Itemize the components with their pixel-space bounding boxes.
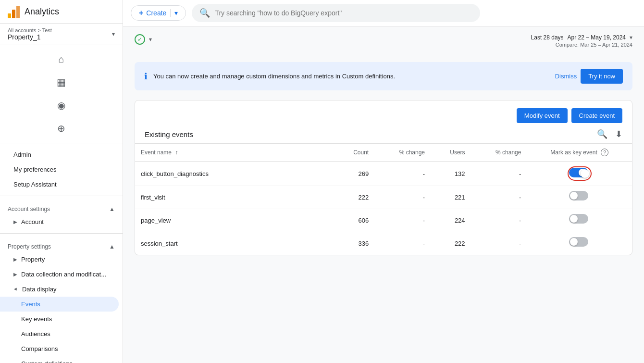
date-range: Last 28 days Apr 22 – May 19, 2024 ▾ Com…	[531, 34, 632, 48]
main-area: + Create ▾ 🔍 ✓ ▾ Last 28 days Apr 22 – M…	[123, 0, 644, 363]
status-icon[interactable]: ✓	[135, 34, 145, 45]
property-settings-label: Property settings	[8, 243, 51, 250]
breadcrumb-sep: >	[37, 27, 42, 33]
search-bar[interactable]: 🔍	[192, 4, 480, 22]
sidebar: Analytics All accounts > Test Property_1…	[0, 0, 123, 363]
menu-item-account[interactable]: ▶ Account	[0, 214, 123, 229]
breadcrumb-test: Test	[42, 27, 52, 33]
cell-users-1: 221	[431, 186, 471, 209]
event-name-col-label: Event name	[141, 149, 172, 156]
custom-definitions-label: Custom definitions	[21, 360, 73, 363]
cell-users-2: 224	[431, 209, 471, 232]
cell-count-0: 269	[334, 162, 375, 186]
data-display-arrow-icon: ▼	[13, 287, 18, 292]
cell-key-event-2[interactable]	[527, 209, 632, 232]
dismiss-button[interactable]: Dismiss	[555, 73, 577, 80]
table-row: click_button_diagnostics 269 - 132 -	[135, 162, 632, 186]
submenu-custom-definitions[interactable]: Custom definitions	[0, 356, 123, 363]
create-button[interactable]: + Create ▾	[131, 5, 186, 21]
search-input[interactable]	[215, 9, 472, 17]
status-row: ✓ ▾	[135, 34, 152, 45]
logo-bar-3	[16, 6, 20, 18]
cell-event-name-1: first_visit	[135, 186, 334, 209]
toggle-off-3[interactable]	[569, 237, 590, 249]
create-label: Create	[146, 9, 166, 17]
cell-users-pct-0: -	[471, 162, 527, 186]
menu-item-property[interactable]: ▶ Property	[0, 252, 123, 267]
cell-users-pct-2: -	[471, 209, 527, 232]
col-users-pct-change[interactable]: % change	[471, 144, 527, 162]
cell-pct-2: -	[374, 209, 431, 232]
property-dropdown-arrow[interactable]: ▾	[112, 31, 115, 38]
logo-bar-1	[8, 13, 11, 18]
key-event-help-icon[interactable]: ?	[601, 149, 608, 156]
explore-icon: ◉	[57, 100, 65, 111]
create-plus-icon: +	[139, 9, 143, 17]
table-row: first_visit 222 - 221 -	[135, 186, 632, 209]
sort-arrow-icon: ↑	[175, 149, 178, 156]
cell-key-event-1[interactable]	[527, 186, 632, 209]
cell-users-pct-3: -	[471, 232, 527, 255]
search-icon: 🔍	[199, 8, 210, 18]
nav-reports[interactable]: ▦	[52, 72, 71, 93]
col-key-event[interactable]: Mark as key event ?	[527, 144, 632, 162]
account-label: Account	[21, 218, 44, 225]
cell-users-3: 222	[431, 232, 471, 255]
info-banner: ℹ You can now create and manage custom d…	[135, 62, 632, 90]
modify-event-button[interactable]: Modify event	[517, 108, 568, 123]
col-event-name[interactable]: Event name ↑	[135, 144, 334, 162]
nav-explore[interactable]: ◉	[52, 95, 70, 116]
nav-advertising[interactable]: ⊕	[52, 118, 70, 139]
nav-home[interactable]: ⌂	[53, 49, 69, 70]
col-count[interactable]: Count	[334, 144, 375, 162]
app-logo	[8, 5, 20, 18]
menu-item-admin[interactable]: Admin	[0, 147, 123, 162]
users-pct-col-label: % change	[495, 149, 521, 156]
cell-key-event-0[interactable]	[527, 162, 632, 186]
toggle-off-1[interactable]	[569, 191, 590, 202]
pct-change-col-label: % change	[399, 149, 425, 156]
existing-events-title: Existing events	[145, 130, 193, 138]
cell-users-pct-1: -	[471, 186, 527, 209]
table-search-icon[interactable]: 🔍	[597, 129, 607, 139]
info-icon: ℹ	[144, 71, 148, 82]
submenu-audiences[interactable]: Audiences	[0, 326, 123, 341]
top-bar: + Create ▾ 🔍	[123, 0, 644, 26]
menu-item-setup[interactable]: Setup Assistant	[0, 177, 123, 192]
submenu-events[interactable]: Events	[0, 297, 119, 312]
cell-pct-1: -	[374, 186, 431, 209]
submenu-comparisons[interactable]: Comparisons	[0, 341, 123, 356]
toggle-off-2[interactable]	[569, 214, 590, 225]
cell-key-event-3[interactable]	[527, 232, 632, 255]
property-breadcrumb: All accounts > Test	[8, 27, 109, 33]
date-range-label: Last 28 days	[531, 34, 564, 41]
users-col-label: Users	[450, 149, 465, 156]
status-dropdown-icon[interactable]: ▾	[149, 36, 152, 43]
account-settings-header[interactable]: Account settings ▲	[0, 200, 123, 214]
cell-count-2: 606	[334, 209, 375, 232]
toggle-on-0[interactable]	[569, 168, 590, 179]
data-collection-label: Data collection and modificat...	[21, 271, 106, 278]
table-download-icon[interactable]: ⬇	[615, 129, 622, 139]
table-row: page_view 606 - 224 -	[135, 209, 632, 232]
menu-item-data-collection[interactable]: ▶ Data collection and modificat...	[0, 267, 123, 282]
property-selector[interactable]: All accounts > Test Property_1 ▾	[0, 24, 123, 45]
create-event-button[interactable]: Create event	[571, 108, 622, 123]
property-settings-chevron[interactable]: ▲	[109, 243, 115, 250]
try-it-button[interactable]: Try it now	[581, 69, 623, 84]
col-pct-change[interactable]: % change	[374, 144, 431, 162]
key-event-col-label: Mark as key event	[550, 149, 597, 156]
app-title: Analytics	[25, 7, 59, 17]
property-label: Property	[21, 256, 45, 263]
create-dropdown-icon[interactable]: ▾	[170, 9, 178, 17]
submenu-key-events[interactable]: Key events	[0, 312, 123, 326]
date-range-value: Apr 22 – May 19, 2024	[568, 34, 626, 41]
data-display-label: Data display	[22, 286, 57, 293]
property-settings-header[interactable]: Property settings ▲	[0, 238, 123, 252]
menu-item-data-display[interactable]: ▼ Data display	[0, 282, 123, 297]
menu-item-preferences[interactable]: My preferences	[0, 162, 123, 177]
date-dropdown-icon[interactable]: ▾	[630, 34, 632, 41]
account-settings-chevron[interactable]: ▲	[109, 206, 115, 213]
property-arrow-icon: ▶	[13, 257, 17, 262]
col-users[interactable]: Users	[431, 144, 471, 162]
